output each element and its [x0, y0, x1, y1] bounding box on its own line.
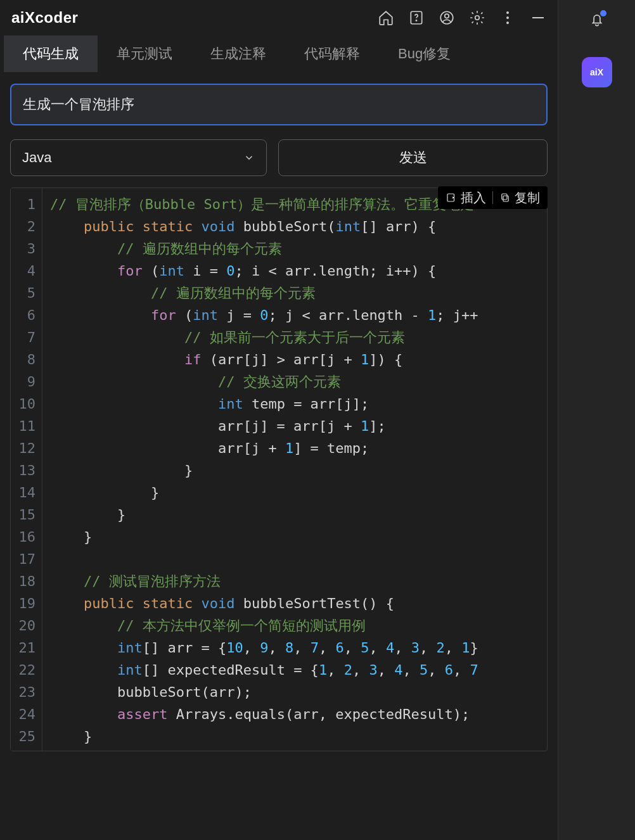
notification-badge — [600, 10, 606, 16]
code-line: // 遍历数组中的每个元素 — [50, 282, 547, 304]
line-number: 3 — [15, 238, 35, 260]
notifications-icon[interactable] — [589, 11, 605, 28]
home-icon[interactable] — [378, 10, 394, 26]
code-line: // 交换这两个元素 — [50, 371, 547, 393]
titlebar: aiXcoder — [0, 0, 558, 35]
line-number: 9 — [15, 371, 35, 393]
code-line: int[] expectedResult = {1, 2, 3, 4, 5, 6… — [50, 659, 547, 681]
brand-logo: aiXcoder — [11, 9, 78, 27]
line-number: 23 — [15, 681, 35, 703]
aixcoder-badge[interactable]: aiX — [582, 57, 612, 87]
code-area: 插入 复制 1234567891011121314151617181920212… — [10, 188, 548, 840]
copy-label: 复制 — [515, 189, 540, 207]
line-number: 13 — [15, 459, 35, 481]
line-number: 15 — [15, 504, 35, 526]
tab-2[interactable]: 生成注释 — [191, 35, 285, 72]
language-select[interactable]: Java — [10, 139, 267, 176]
main-panel: aiXcoder 代码生成单元测试生成注释代码解释Bug修复 — [0, 0, 558, 840]
tab-bar: 代码生成单元测试生成注释代码解释Bug修复 — [0, 35, 558, 72]
code-action-bar: 插入 复制 — [438, 186, 548, 209]
line-number: 18 — [15, 570, 35, 592]
code-line: } — [50, 725, 547, 748]
line-gutter: 1234567891011121314151617181920212223242… — [11, 188, 42, 751]
right-rail: aiX — [558, 0, 635, 840]
action-bar-sep — [492, 191, 493, 204]
line-number: 16 — [15, 526, 35, 548]
code-line: // 测试冒泡排序方法 — [50, 570, 547, 592]
chevron-down-icon — [243, 152, 255, 163]
language-selected: Java — [22, 150, 51, 166]
code-line: public static void bubbleSortTest() { — [50, 592, 547, 614]
settings-icon[interactable] — [469, 10, 485, 26]
line-number: 6 — [15, 304, 35, 326]
svg-point-1 — [416, 20, 416, 21]
line-number: 19 — [15, 592, 35, 614]
line-number: 2 — [15, 215, 35, 238]
line-number: 24 — [15, 703, 35, 725]
line-number: 1 — [15, 193, 35, 215]
titlebar-icons — [378, 10, 546, 26]
svg-rect-6 — [503, 196, 508, 201]
minimize-icon[interactable] — [530, 10, 546, 26]
copy-button[interactable]: 复制 — [499, 189, 540, 207]
code-line: // 本方法中仅举例一个简短的测试用例 — [50, 614, 547, 637]
aixcoder-badge-label: aiX — [590, 67, 603, 77]
code-line: for (int j = 0; j < arr.length - 1; j++ — [50, 304, 547, 326]
send-button[interactable]: 发送 — [278, 139, 548, 176]
code-body[interactable]: // 冒泡排序（Bubble Sort）是一种简单的排序算法。它重复地走 pub… — [42, 188, 547, 751]
send-button-label: 发送 — [399, 148, 427, 167]
line-number: 22 — [15, 659, 35, 681]
line-number: 12 — [15, 437, 35, 459]
code-line: } — [50, 526, 547, 548]
account-icon[interactable] — [439, 10, 455, 26]
code-line — [50, 548, 547, 570]
tab-1[interactable]: 单元测试 — [98, 35, 191, 72]
insert-icon — [446, 192, 457, 203]
tab-0[interactable]: 代码生成 — [4, 35, 98, 72]
line-number: 17 — [15, 548, 35, 570]
code-line: arr[j + 1] = temp; — [50, 437, 547, 459]
line-number: 25 — [15, 725, 35, 748]
code-line: // 如果前一个元素大于后一个元素 — [50, 326, 547, 348]
line-number: 4 — [15, 260, 35, 282]
help-icon[interactable] — [408, 10, 425, 26]
content-area: Java 发送 插入 复制 12345678910111213141 — [0, 72, 558, 840]
line-number: 5 — [15, 282, 35, 304]
code-line: assert Arrays.equals(arr, expectedResult… — [50, 703, 547, 725]
controls-row: Java 发送 — [10, 139, 548, 176]
code-line: } — [50, 504, 547, 526]
line-number: 11 — [15, 415, 35, 437]
tab-4[interactable]: Bug修复 — [379, 35, 470, 72]
code-editor[interactable]: 1234567891011121314151617181920212223242… — [10, 188, 548, 751]
svg-point-4 — [475, 16, 480, 20]
line-number: 7 — [15, 326, 35, 348]
code-line: for (int i = 0; i < arr.length; i++) { — [50, 260, 547, 282]
line-number: 21 — [15, 637, 35, 659]
svg-point-3 — [445, 14, 449, 18]
code-line: if (arr[j] > arr[j + 1]) { — [50, 348, 547, 371]
insert-label: 插入 — [461, 189, 486, 207]
line-number: 8 — [15, 348, 35, 371]
code-line: // 遍历数组中的每个元素 — [50, 238, 547, 260]
code-line: } — [50, 459, 547, 481]
code-line: arr[j] = arr[j + 1]; — [50, 415, 547, 437]
code-line: public static void bubbleSort(int[] arr)… — [50, 215, 547, 238]
code-line: int[] arr = {10, 9, 8, 7, 6, 5, 4, 3, 2,… — [50, 637, 547, 659]
svg-rect-7 — [502, 194, 507, 200]
tab-3[interactable]: 代码解释 — [285, 35, 379, 72]
copy-icon — [499, 192, 511, 203]
code-line: bubbleSort(arr); — [50, 681, 547, 703]
more-icon[interactable] — [499, 10, 516, 26]
code-line: int temp = arr[j]; — [50, 393, 547, 415]
line-number: 10 — [15, 393, 35, 415]
line-number: 20 — [15, 614, 35, 637]
insert-button[interactable]: 插入 — [446, 189, 486, 207]
line-number: 14 — [15, 481, 35, 504]
code-line: } — [50, 481, 547, 504]
prompt-input[interactable] — [10, 84, 548, 125]
